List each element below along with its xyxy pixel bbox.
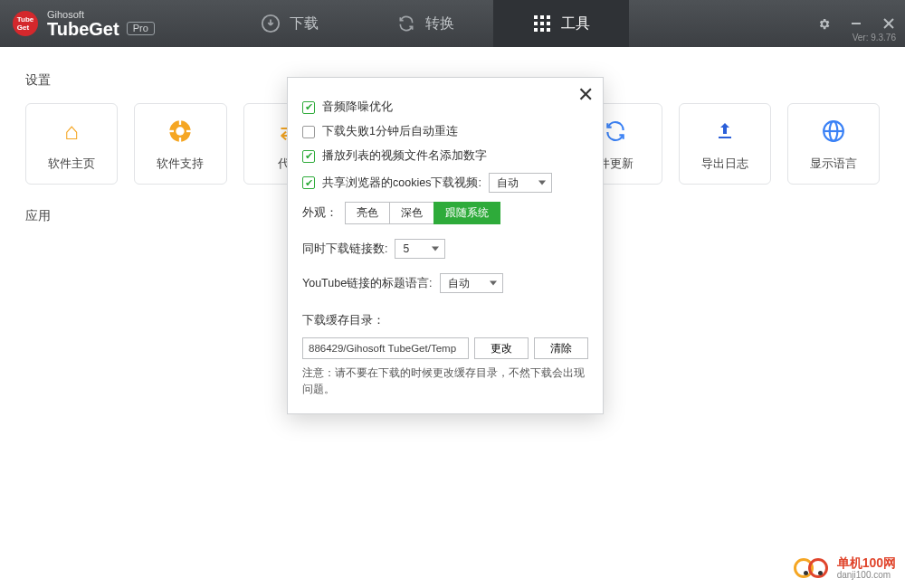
- watermark: 单机100网 danji100.com: [794, 555, 896, 581]
- grid-icon: [532, 14, 552, 33]
- svg-rect-4: [534, 22, 538, 25]
- appearance-dark[interactable]: 深色: [389, 202, 434, 224]
- svg-rect-9: [547, 28, 550, 32]
- upload-icon: [710, 116, 740, 147]
- appearance-light[interactable]: 亮色: [345, 202, 390, 224]
- appearance-system[interactable]: 跟随系统: [433, 202, 500, 224]
- nav-convert[interactable]: 转换: [357, 0, 493, 47]
- select-cookies-browser[interactable]: 自动: [489, 173, 552, 193]
- nav-download[interactable]: 下载: [222, 0, 357, 47]
- main-nav: 下载 转换 工具: [222, 0, 807, 47]
- svg-rect-16: [179, 138, 181, 143]
- select-yt-lang[interactable]: 自动: [440, 273, 503, 293]
- card-home[interactable]: ⌂ 软件主页: [25, 103, 118, 185]
- title-bar: TubeGet Gihosoft TubeGet Pro 下载 转换: [0, 0, 905, 47]
- watermark-logo-icon: [794, 555, 832, 581]
- label-noise-reduction: 音频降噪优化: [322, 100, 393, 115]
- checkbox-cookies[interactable]: [302, 176, 315, 189]
- svg-rect-5: [540, 22, 544, 25]
- brand-big: TubeGet Pro: [47, 20, 155, 38]
- download-icon: [261, 14, 281, 33]
- select-concurrent[interactable]: 5: [395, 239, 445, 259]
- label-yt-lang: YouTube链接的标题语言:: [302, 276, 433, 291]
- card-language[interactable]: 显示语言: [787, 103, 880, 185]
- label-cache-dir: 下载缓存目录：: [302, 313, 385, 328]
- appearance-segmented: 亮色 深色 跟随系统: [345, 202, 500, 224]
- globe-icon: [818, 116, 849, 147]
- brand-small: Gihosoft: [47, 10, 155, 20]
- svg-rect-8: [540, 28, 544, 32]
- button-clear-cache[interactable]: 清除: [534, 337, 588, 359]
- support-icon: [165, 116, 195, 147]
- svg-rect-7: [534, 28, 538, 32]
- label-appearance: 外观：: [302, 205, 338, 221]
- svg-rect-15: [179, 119, 181, 125]
- settings-button[interactable]: [807, 11, 840, 36]
- label-concurrent: 同时下载链接数:: [302, 242, 387, 257]
- svg-rect-2: [540, 15, 544, 19]
- svg-rect-18: [186, 130, 192, 132]
- convert-icon: [396, 14, 416, 33]
- settings-dialog: ✕ 音频降噪优化 下载失败1分钟后自动重连 播放列表的视频文件名添加数字 共享浏…: [287, 77, 604, 414]
- label-cookies: 共享浏览器的cookies下载视频:: [322, 175, 481, 191]
- tubeget-icon: TubeGet: [13, 11, 38, 36]
- watermark-url: danji100.com: [837, 570, 896, 580]
- svg-rect-19: [719, 137, 731, 138]
- svg-point-14: [176, 127, 185, 135]
- checkbox-numbering[interactable]: [302, 150, 315, 163]
- card-export-log[interactable]: 导出日志: [679, 103, 771, 185]
- nav-tools[interactable]: 工具: [493, 0, 629, 47]
- app-logo: TubeGet Gihosoft TubeGet Pro: [0, 10, 167, 38]
- pro-badge: Pro: [127, 22, 155, 35]
- checkbox-auto-retry[interactable]: [302, 126, 315, 138]
- svg-rect-6: [547, 22, 550, 25]
- svg-rect-3: [547, 15, 550, 19]
- label-numbering: 播放列表的视频文件名添加数字: [322, 148, 487, 164]
- svg-rect-17: [169, 130, 175, 132]
- svg-rect-1: [534, 15, 538, 19]
- watermark-name: 单机100网: [837, 556, 896, 570]
- home-icon: ⌂: [56, 116, 87, 147]
- cache-warning-note: 注意：请不要在下载的时候更改缓存目录，不然下载会出现问题。: [302, 365, 588, 397]
- update-icon: [600, 116, 631, 147]
- button-change-path[interactable]: 更改: [474, 337, 529, 359]
- dialog-close-button[interactable]: ✕: [576, 83, 595, 107]
- label-auto-retry: 下载失败1分钟后自动重连: [322, 124, 458, 139]
- input-cache-path[interactable]: 886429/Gihosoft TubeGet/Temp: [302, 337, 469, 359]
- card-support[interactable]: 软件支持: [134, 103, 226, 185]
- version-label: Ver: 9.3.76: [853, 33, 896, 43]
- checkbox-noise-reduction[interactable]: [302, 101, 315, 114]
